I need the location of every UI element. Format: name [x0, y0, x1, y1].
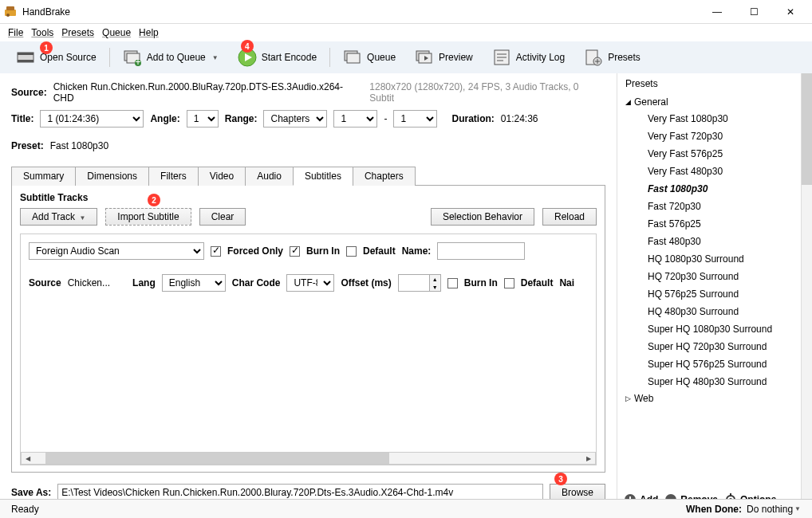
presets-panel: Presets ◢ General Very Fast 1080p30 Very… — [617, 73, 812, 512]
preset-item[interactable]: Very Fast 1080p30 — [624, 110, 806, 128]
queue-button[interactable]: Queue — [335, 45, 404, 70]
default2-label: Default — [521, 277, 554, 288]
preview-icon — [415, 48, 434, 67]
tab-chapters[interactable]: Chapters — [353, 167, 416, 186]
preset-item[interactable]: HQ 1080p30 Surround — [624, 250, 806, 268]
app-icon — [3, 5, 18, 19]
preset-item[interactable]: Super HQ 480p30 Surround — [624, 373, 806, 390]
badge-1: 1 — [40, 41, 53, 54]
preset-item[interactable]: Super HQ 720p30 Surround — [624, 338, 806, 355]
menu-presets[interactable]: Presets — [61, 27, 94, 38]
name-label: Name: — [402, 245, 432, 257]
preset-category-web[interactable]: ▷ Web — [624, 390, 806, 406]
h-scrollbar[interactable]: ◀ ▶ — [21, 452, 596, 465]
spin-up[interactable]: ▲ — [430, 275, 440, 283]
preset-value: Fast 1080p30 — [50, 140, 108, 151]
duration-label: Duration: — [451, 113, 494, 124]
chevron-down-icon[interactable]: ▼ — [794, 505, 801, 512]
source-name: Chicken Run.Chicken.Run.2000.BluRay.720p… — [53, 81, 364, 104]
add-track-button[interactable]: Add Track ▼ — [20, 208, 97, 226]
svg-rect-4 — [18, 53, 34, 55]
tab-filters[interactable]: Filters — [148, 167, 199, 186]
preset-item[interactable]: Very Fast 480p30 — [624, 163, 806, 180]
tab-video[interactable]: Video — [198, 167, 246, 186]
queue-icon — [343, 48, 362, 67]
offset-input[interactable] — [398, 274, 430, 292]
clear-button[interactable]: Clear — [199, 208, 246, 226]
burn-label: Burn In — [306, 245, 340, 257]
name2-label: Nai — [559, 277, 574, 288]
status-bar: Ready When Done: Do nothing ▼ — [0, 499, 812, 518]
range-from-select[interactable]: 1 — [333, 110, 377, 128]
tab-audio[interactable]: Audio — [245, 167, 294, 186]
menu-file[interactable]: File — [8, 27, 23, 38]
source-track-label: Source — [29, 277, 61, 288]
import-subtitle-button[interactable]: Import Subtitle — [105, 208, 191, 226]
preset-item[interactable]: HQ 720p30 Surround — [624, 268, 806, 285]
selection-behavior-button[interactable]: Selection Behavior — [431, 208, 534, 226]
preset-item[interactable]: Very Fast 720p30 — [624, 128, 806, 145]
preset-item[interactable]: Fast 480p30 — [624, 233, 806, 250]
menu-queue[interactable]: Queue — [102, 27, 131, 38]
open-source-button[interactable]: Open Source 1 — [8, 45, 104, 70]
charcode-select[interactable]: UTF-8 — [286, 274, 334, 292]
source-label: Source: — [11, 87, 47, 98]
preset-item[interactable]: Very Fast 576p25 — [624, 145, 806, 163]
start-encode-label: Start Encode — [262, 52, 317, 63]
tab-strip: Summary Dimensions Filters Video Audio S… — [11, 166, 605, 186]
default-2-checkbox[interactable] — [504, 278, 514, 288]
tab-dimensions[interactable]: Dimensions — [75, 167, 149, 186]
queue-add-icon: + — [123, 48, 142, 67]
triangle-down-icon: ◢ — [625, 98, 631, 106]
spin-down[interactable]: ▼ — [430, 283, 440, 291]
tab-subtitles[interactable]: Subtitles — [293, 167, 353, 186]
minimize-button[interactable]: — — [699, 0, 735, 24]
lang-select[interactable]: English — [162, 274, 226, 292]
window-title: HandBrake — [22, 6, 699, 18]
scroll-left[interactable]: ◀ — [22, 453, 34, 464]
source-track-value: Chicken... — [68, 277, 110, 288]
preset-item[interactable]: Fast 576p25 — [624, 215, 806, 233]
add-to-queue-button[interactable]: + Add to Queue ▼ — [115, 45, 227, 70]
offset-stepper[interactable]: ▲▼ — [398, 274, 441, 292]
preset-category-general[interactable]: ◢ General — [624, 94, 806, 110]
angle-select[interactable]: 1 — [187, 110, 219, 128]
v-scroll-thumb[interactable] — [802, 73, 812, 185]
queue-label: Queue — [367, 52, 396, 63]
preset-item-selected[interactable]: Fast 1080p30 — [624, 180, 806, 198]
activity-log-button[interactable]: Activity Log — [484, 45, 573, 70]
close-button[interactable]: ✕ — [772, 0, 809, 24]
default-checkbox[interactable] — [346, 246, 357, 257]
log-icon — [492, 48, 511, 67]
name-input[interactable] — [437, 242, 525, 260]
preview-button[interactable]: Preview — [407, 45, 481, 70]
title-label: Title: — [11, 113, 34, 124]
presets-toolbar-button[interactable]: Presets — [576, 45, 648, 70]
preset-item[interactable]: Fast 720p30 — [624, 198, 806, 215]
when-done-value[interactable]: Do nothing — [747, 504, 793, 515]
presets-icon — [584, 48, 603, 67]
preset-item[interactable]: Super HQ 1080p30 Surround — [624, 320, 806, 338]
preset-label: Preset: — [11, 140, 44, 151]
burn-in-checkbox[interactable] — [290, 246, 300, 257]
v-scrollbar[interactable] — [801, 73, 812, 512]
scroll-right[interactable]: ▶ — [582, 453, 595, 464]
preset-cat-general-label: General — [634, 96, 668, 108]
range-type-select[interactable]: Chapters — [263, 110, 327, 128]
menu-tools[interactable]: Tools — [31, 27, 53, 38]
tab-summary[interactable]: Summary — [11, 167, 76, 186]
start-encode-button[interactable]: Start Encode 4 — [230, 45, 325, 70]
range-to-select[interactable]: 1 — [393, 110, 437, 128]
menu-help[interactable]: Help — [139, 27, 159, 38]
maximize-button[interactable]: ☐ — [735, 0, 772, 24]
forced-only-checkbox[interactable] — [211, 246, 221, 257]
track-type-select[interactable]: Foreign Audio Scan — [29, 242, 204, 260]
burn-in-2-checkbox[interactable] — [447, 278, 458, 288]
presets-heading: Presets — [624, 77, 806, 94]
preset-item[interactable]: Super HQ 576p25 Surround — [624, 355, 806, 373]
scroll-thumb[interactable] — [45, 453, 389, 464]
preset-item[interactable]: HQ 480p30 Surround — [624, 303, 806, 320]
title-select[interactable]: 1 (01:24:36) — [40, 110, 144, 128]
preset-item[interactable]: HQ 576p25 Surround — [624, 285, 806, 303]
reload-button[interactable]: Reload — [542, 208, 597, 226]
